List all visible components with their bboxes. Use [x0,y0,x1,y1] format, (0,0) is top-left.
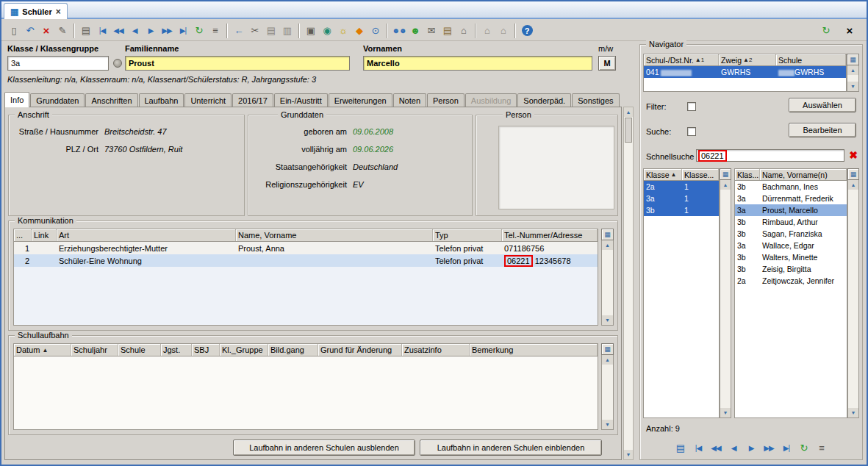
col-name[interactable]: Name, Vorname [236,229,433,241]
school-table-scrollbar[interactable]: ▲ ▼ [847,65,859,92]
col-klas[interactable]: Klas... [735,169,760,180]
table-settings-icon[interactable]: ▦ [847,54,859,65]
col-name-vorname[interactable]: Name, Vorname(n) [760,169,847,180]
report-icon[interactable]: ▤ [673,441,688,454]
tab-schuljahr[interactable]: 2016/17 [232,93,273,107]
col-bildgang[interactable]: Bild.gang [268,344,318,356]
name-list-row[interactable]: 3b Sagan, Franziska [735,228,847,240]
col-bemerkung[interactable]: Bemerkung [470,344,598,356]
col-zusatzinfo[interactable]: Zusatzinfo [402,344,470,356]
school-row[interactable]: 041 GWRHS GWRHS [644,66,846,78]
kommunikation-row[interactable]: 1 Erziehungsberechtigter-Mutter Proust, … [14,242,598,254]
name-list-row[interactable]: 2a Zeitjowczak, Jennifer [735,275,847,287]
tab-grunddaten[interactable]: Grunddaten [30,93,85,107]
schullaufbahn-scrollbar[interactable]: ▲ ▼ [601,355,614,430]
refresh-icon[interactable]: ↻ [797,441,811,454]
close-view-icon[interactable]: × [842,23,858,39]
clear-search-icon[interactable]: ✖ [849,149,858,161]
table-settings-icon[interactable]: ▦ [601,343,614,355]
building-icon[interactable]: ⌂ [456,23,472,39]
klasse-row[interactable]: 3a 1 [644,193,719,204]
edit-record-icon[interactable]: ✎ [54,23,71,39]
kommunikation-scrollbar[interactable]: ▲ ▼ [601,240,614,326]
scroll-up-icon[interactable]: ▲ [848,180,858,190]
col-link[interactable]: Link [32,229,57,241]
col-typ[interactable]: Typ [433,229,502,241]
col-klasse[interactable]: Klasse▲ [644,169,682,180]
users-icon[interactable]: ☻☻ [391,23,407,39]
paste-icon[interactable]: ▥ [279,23,295,39]
tab-anschriften[interactable]: Anschriften [85,93,137,107]
schnellsuche-input[interactable]: 06221 [696,149,844,162]
laufbahn-einblenden-button[interactable]: Laufbahn in anderen Schulen einblenden [420,440,602,456]
scroll-down-icon[interactable]: ▼ [602,315,613,325]
last-record-icon[interactable]: ▶| [175,23,191,39]
table-settings-icon[interactable]: ▦ [847,168,859,180]
geschlecht-button[interactable]: M [598,56,616,71]
col-schulnr[interactable]: Schul-/Dst.Nr.▲1 [644,54,719,65]
scroll-up-icon[interactable]: ▲ [720,180,731,190]
new-record-icon[interactable]: ▯ [6,23,22,39]
scroll-down-icon[interactable]: ▼ [848,408,858,417]
tab-schueler[interactable]: ▦ Schüler × [4,3,68,19]
laufbahn-ausblenden-button[interactable]: Laufbahn in anderen Schulen ausblenden [233,440,415,456]
col-zweig[interactable]: Zweig▲2 [719,54,776,65]
tab-unterricht[interactable]: Unterricht [184,93,232,107]
name-list-row[interactable]: 3b Rimbaud, Arthur [735,216,847,228]
scroll-up-icon[interactable]: ▲ [602,240,613,250]
school-icon[interactable]: ⌂ [479,23,495,39]
fast-back-icon[interactable]: ◀◀ [110,23,126,39]
name-list-row[interactable]: 3b Zeisig, Birgitta [735,263,847,275]
table-settings-icon[interactable]: ▦ [720,168,731,180]
first-record-icon[interactable]: |◀ [94,23,110,39]
tab-close-icon[interactable]: × [56,7,61,17]
name-list-row[interactable]: 3b Bachmann, Ines [735,181,847,193]
history-icon[interactable]: ⊙ [367,23,384,39]
fast-forward-icon[interactable]: ▶▶ [761,441,776,454]
fast-forward-icon[interactable]: ▶▶ [159,23,175,39]
scroll-up-icon[interactable]: ▲ [847,65,858,75]
copy-icon[interactable]: ▤ [263,23,279,39]
previous-record-icon[interactable]: ◀ [726,441,741,454]
report-icon[interactable]: ▤ [78,23,94,39]
hint-icon[interactable]: ☼ [335,23,351,39]
name-scrollbar[interactable]: ▲ ▼ [847,180,859,418]
tab-noten[interactable]: Noten [393,93,426,107]
print-icon[interactable]: ▣ [303,23,319,39]
first-record-icon[interactable]: |◀ [691,441,706,454]
col-schule[interactable]: Schule [776,54,846,65]
tab-sonderpaed[interactable]: Sonderpäd. [517,93,571,107]
col-schuljahr[interactable]: Schuljahr [71,344,118,356]
school2-icon[interactable]: ⌂ [495,23,512,39]
tab-person[interactable]: Person [427,93,465,107]
next-record-icon[interactable]: ▶ [744,441,758,454]
filter-checkbox[interactable] [687,102,696,111]
last-record-icon[interactable]: ▶| [779,441,794,454]
scroll-down-icon[interactable]: ▼ [847,82,858,91]
table-settings-icon[interactable]: ▦ [601,229,614,240]
col-klassengruppe[interactable]: Klasse... [682,169,719,180]
auswaehlen-button[interactable]: Auswählen [789,98,856,112]
cut-icon[interactable]: ✂ [247,23,263,39]
col-tel[interactable]: Tel.-Nummer/Adresse [502,229,598,241]
scroll-down-icon[interactable]: ▼ [624,450,633,459]
form-scrollbar[interactable]: ▲ ▼ [623,107,634,460]
help-icon[interactable]: ? [519,23,535,39]
klasse-scrollbar[interactable]: ▲ ▼ [720,180,731,418]
add-user-icon[interactable]: ☻ [407,23,423,39]
col-grund[interactable]: Grund für Änderung [318,344,402,356]
delete-record-icon[interactable]: × [38,23,54,39]
scroll-down-icon[interactable]: ▼ [720,408,731,417]
revert-record-icon[interactable]: ↶ [22,23,38,39]
suche-checkbox[interactable] [687,127,696,136]
col-jgst[interactable]: Jgst. [161,344,192,356]
bearbeiten-button[interactable]: Bearbeiten [789,123,856,137]
name-list-row-selected[interactable]: 3a Proust, Marcello [735,204,847,216]
notify-icon[interactable]: ◆ [351,23,367,39]
tab-sonstiges[interactable]: Sonstiges [572,93,619,107]
export-icon[interactable]: ▤ [440,23,456,39]
col-sbj[interactable]: SBJ [192,344,220,356]
kommunikation-row[interactable]: 2 Schüler-Eine Wohnung Telefon privat 06… [14,254,598,267]
next-record-icon[interactable]: ▶ [143,23,159,39]
back-icon[interactable]: ← [231,23,247,39]
